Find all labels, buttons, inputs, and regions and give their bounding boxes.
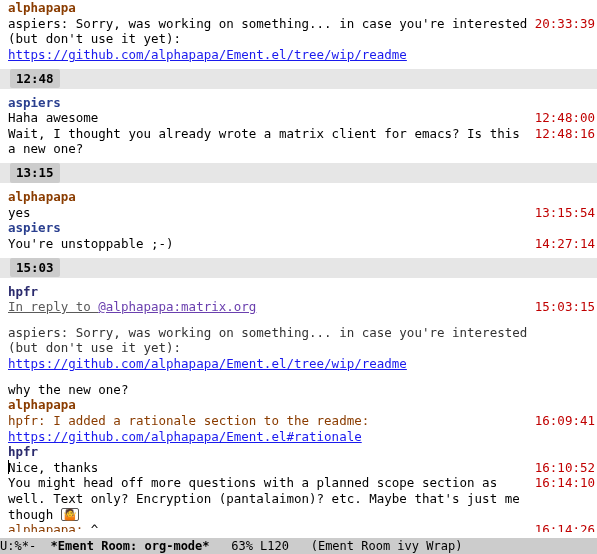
divider-label: 13:15 xyxy=(10,163,60,183)
mode-line-position: 63% L120 (Ement Room ivy Wrap) xyxy=(210,539,463,553)
link-url[interactable]: https://github.com/alphapapa/Ement.el#ra… xyxy=(8,429,362,444)
timestamp: 13:15:54 xyxy=(532,205,597,221)
sender-alphapapa: alphapapa xyxy=(0,189,597,205)
in-reply-to-link[interactable]: In reply to xyxy=(8,299,98,314)
sender-aspiers: aspiers xyxy=(0,220,597,236)
sender-alphapapa: alphapapa xyxy=(0,0,597,16)
sender-hpfr: hpfr xyxy=(0,284,597,300)
message: Wait, I thought you already wrote a matr… xyxy=(0,126,597,157)
message: alphapapa: ^ 16:14:26 xyxy=(0,522,597,532)
time-divider: 13:15 xyxy=(0,163,597,183)
message-body: Nice, thanks xyxy=(0,460,532,476)
message: aspiers You're unstoppable ;-) 14:27:14 xyxy=(0,220,597,251)
message-body: yes xyxy=(0,205,532,221)
timestamp: 16:10:52 xyxy=(532,460,597,476)
timestamp: 16:14:26 xyxy=(532,522,597,532)
message-body: aspiers: Sorry, was working on something… xyxy=(0,16,532,63)
message: alphapapa aspiers: Sorry, was working on… xyxy=(0,0,597,63)
message: alphapapa yes 13:15:54 xyxy=(0,189,597,220)
mxid-link[interactable]: @alphapapa:matrix.org xyxy=(98,299,256,314)
message: hpfr Nice, thanks 16:10:52 xyxy=(0,444,597,475)
reply-header: In reply to @alphapapa:matrix.org xyxy=(0,299,532,315)
message-body: Wait, I thought you already wrote a matr… xyxy=(0,126,532,157)
timestamp: 12:48:00 xyxy=(532,110,597,126)
timestamp: 15:03:15 xyxy=(532,299,597,315)
message: aspiers Haha awesome 12:48:00 xyxy=(0,95,597,126)
timestamp: 20:33:39 xyxy=(532,16,597,32)
mode-line-coding: U:%*- xyxy=(0,539,43,553)
timestamp: 16:09:41 xyxy=(532,413,597,429)
timestamp: 12:48:16 xyxy=(532,126,597,142)
message-body: alphapapa: ^ xyxy=(0,522,532,532)
message-body: Haha awesome xyxy=(0,110,532,126)
time-divider: 12:48 xyxy=(0,69,597,89)
room-buffer[interactable]: alphapapa aspiers: Sorry, was working on… xyxy=(0,0,597,538)
divider-label: 15:03 xyxy=(10,258,60,278)
sender-alphapapa: alphapapa xyxy=(0,397,597,413)
message-body: You're unstoppable ;-) xyxy=(0,236,532,252)
link-url[interactable]: https://github.com/alphapapa/Ement.el/tr… xyxy=(8,356,407,371)
divider-label: 12:48 xyxy=(10,69,60,89)
mode-line: U:%*- *Ement Room: org-mode* 63% L120 (E… xyxy=(0,538,597,554)
message-body: You might head off more questions with a… xyxy=(0,475,532,522)
time-divider: 15:03 xyxy=(0,258,597,278)
link-url[interactable]: https://github.com/alphapapa/Ement.el/tr… xyxy=(8,47,407,62)
quoted-text: aspiers: Sorry, was working on something… xyxy=(0,325,532,372)
timestamp: 16:14:10 xyxy=(532,475,597,491)
message-body: why the new one? xyxy=(0,382,532,398)
buffer-name: *Ement Room: org-mode* xyxy=(43,539,209,553)
shrug-icon: 🤷 xyxy=(61,508,79,521)
sender-hpfr: hpfr xyxy=(0,444,597,460)
sender-aspiers: aspiers xyxy=(0,95,597,111)
message: alphapapa hpfr: I added a rationale sect… xyxy=(0,397,597,444)
message-body: hpfr: I added a rationale section to the… xyxy=(0,413,532,444)
message: hpfr In reply to @alphapapa:matrix.org 1… xyxy=(0,284,597,398)
timestamp: 14:27:14 xyxy=(532,236,597,252)
message: You might head off more questions with a… xyxy=(0,475,597,522)
